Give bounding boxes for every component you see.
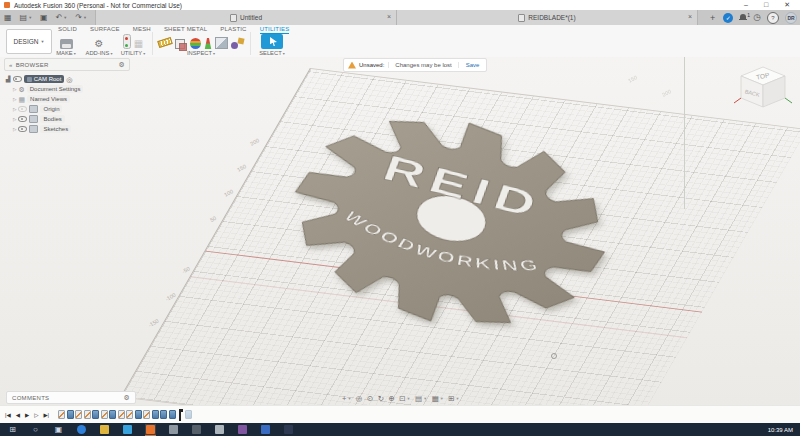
taskbar-clock[interactable]: 10:39 AM [768,427,800,433]
view-cube[interactable]: TOP BACK [733,60,795,118]
undo-icon[interactable]: ↶▼ [56,14,68,22]
visibility-eye-icon[interactable] [13,76,22,83]
pan-icon[interactable]: +▼ [342,395,351,403]
zoom-icon[interactable]: ⊕ [389,395,395,403]
extrude-feature-icon[interactable] [169,410,176,419]
select-cursor-icon[interactable] [261,34,283,49]
sketch-feature-icon[interactable] [143,410,150,419]
visibility-eye-icon[interactable] [18,126,27,133]
notification-bell-icon[interactable]: 1 [739,14,747,22]
tab-reidblade[interactable]: REIDBLADE*(1) × [396,10,698,25]
expand-caret-icon[interactable]: ▷ [13,107,16,112]
sketch-feature-icon[interactable] [84,410,91,419]
model-viewport[interactable]: 20015010050-50-100-150150200 REID WOODWO… [0,57,800,405]
maximize-button[interactable]: □ [764,1,768,9]
collapse-icon[interactable]: « [9,62,13,68]
taskbar-app-6-icon[interactable] [283,424,294,436]
taskbar-app-5-icon[interactable] [260,424,271,436]
taskbar-search-icon[interactable]: ○ [30,424,41,436]
play-icon[interactable]: ▶ [25,412,29,418]
taskbar-task-view-icon[interactable]: ▣ [53,424,64,436]
comments-gear-icon[interactable]: ⚙ [123,394,130,402]
orbit-icon[interactable]: ⊙ [367,395,373,403]
timeline-playhead[interactable] [178,409,182,421]
browser-header[interactable]: « BROWSER ⚙ [4,58,130,71]
visibility-eye-off-icon[interactable] [18,106,27,113]
expand-caret-icon[interactable]: ▷ [13,97,16,102]
save-button[interactable]: Save [458,62,487,68]
measure-icon[interactable] [157,37,172,48]
extrude-feature-icon[interactable] [109,410,116,419]
sketch-feature-icon[interactable] [75,410,82,419]
file-menu-icon[interactable]: ▤▼ [20,14,33,22]
browser-row-document-settings[interactable]: ▷⚙Document Settings [4,84,130,94]
interference-icon[interactable] [175,39,185,49]
minimize-button[interactable]: – [744,1,748,9]
comments-bar[interactable]: COMMENTS ⚙ [6,391,136,404]
save-icon[interactable]: ▣ [40,14,48,22]
extrude-feature-icon[interactable] [160,410,167,419]
skip-to-start-icon[interactable]: |◀ [5,412,11,418]
fit-icon[interactable]: ⊡▼ [399,395,410,403]
skip-to-end-icon[interactable]: ▶| [43,412,49,418]
extrude-feature-icon[interactable] [92,410,99,419]
browser-row-named-views[interactable]: ▷▦Named Views [4,94,130,104]
taskbar-fusion-360-icon[interactable] [145,424,156,436]
taskbar-file-explorer-icon[interactable] [99,424,110,436]
origin-point-marker[interactable] [551,353,557,359]
extrude-feature-icon[interactable] [67,410,74,419]
viewports-icon[interactable]: ⊞▼ [448,395,459,403]
sketch-feature-icon[interactable] [101,410,108,419]
taskbar-app-2-icon[interactable] [191,424,202,436]
taskbar-app-1-icon[interactable] [168,424,179,436]
browser-gear-icon[interactable]: ⚙ [118,61,125,69]
browser-row-bodies[interactable]: ▷Bodies [4,114,130,124]
user-avatar[interactable]: DR [785,12,797,24]
utility-group[interactable]: ▦ UTILITY [114,33,152,56]
design-workspace-button[interactable]: DESIGN ▼ [6,29,52,54]
target-icon[interactable]: ◎ [66,76,72,83]
browser-row-sketches[interactable]: ▷Sketches [4,124,130,134]
app-grid-icon[interactable]: ▦ [4,14,12,22]
free-orbit-icon[interactable]: ↻ [378,395,384,403]
taskbar-app-3-icon[interactable] [214,424,225,436]
help-icon[interactable]: ? [767,12,779,24]
taskbar-edge-icon[interactable] [76,424,87,436]
curvature-analysis-icon[interactable] [190,38,201,49]
extrude-feature-icon[interactable] [135,410,142,419]
redo-icon[interactable]: ↷▼ [75,14,87,22]
tab-close-icon[interactable]: × [387,13,391,20]
suppressed-feature-icon[interactable] [185,410,192,419]
make-group[interactable]: MAKE [52,33,80,56]
sketch-feature-icon[interactable] [58,410,65,419]
step-back-icon[interactable]: ◀ [16,412,20,418]
expand-caret-icon[interactable]: ▷ [13,117,16,122]
sketch-feature-icon[interactable] [126,410,133,419]
taskbar-app-4-icon[interactable] [237,424,248,436]
visibility-eye-icon[interactable] [18,116,27,123]
expand-caret-icon[interactable]: ▷ [13,127,16,132]
step-forward-icon[interactable]: ▷ [34,412,38,418]
component-color-icon[interactable] [231,38,244,49]
grid-snaps-icon[interactable]: ▦▼ [432,395,444,403]
sync-status-icon[interactable]: ✓ [723,13,733,23]
extrude-feature-icon[interactable] [152,410,159,419]
addins-group[interactable]: ⚙ ADD-INS [84,33,114,56]
inspect-group[interactable]: INSPECT [154,33,248,56]
look-at-icon[interactable]: ◎ [356,395,363,403]
expand-caret-icon[interactable]: ▷ [13,87,16,92]
sketch-feature-icon[interactable] [118,410,125,419]
draft-analysis-icon[interactable] [204,38,212,49]
taskbar-store-icon[interactable] [122,424,133,436]
new-tab-button[interactable]: + [710,13,715,23]
browser-row-cam-root[interactable]: ▟CAM Root◎ [4,74,130,84]
browser-row-origin[interactable]: ▷Origin [4,104,130,114]
select-group[interactable]: SELECT [254,33,290,56]
display-settings-icon[interactable]: ▤▼ [415,395,427,403]
tab-close-icon[interactable]: × [688,13,692,20]
close-button[interactable]: ✕ [784,1,790,9]
taskbar-start-icon[interactable]: ⊞ [7,424,18,436]
job-status-icon[interactable]: ◷ [753,13,761,22]
tab-untitled[interactable]: Untitled × [95,10,397,25]
section-analysis-icon[interactable] [215,37,228,49]
